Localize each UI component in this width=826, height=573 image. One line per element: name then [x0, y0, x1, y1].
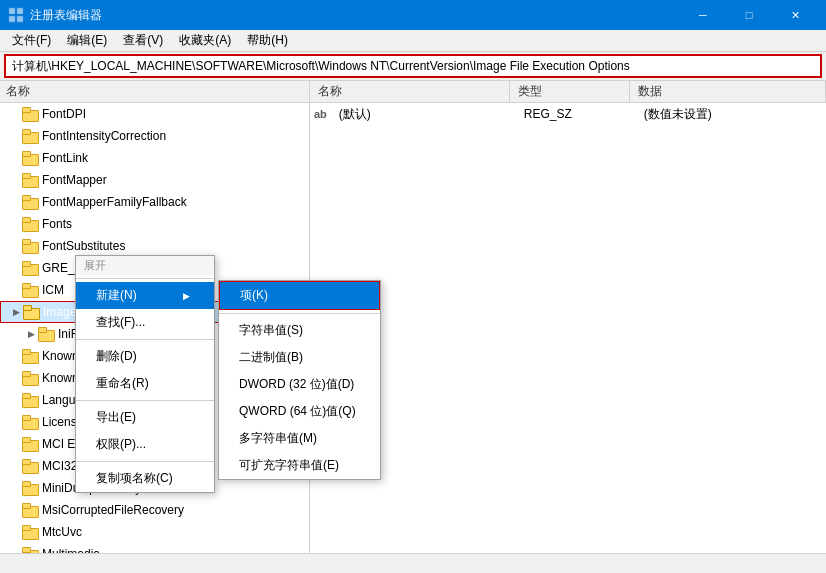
expand-arrow-icon — [8, 415, 22, 429]
minimize-button[interactable]: ─ — [680, 0, 726, 30]
expand-arrow-icon — [8, 283, 22, 297]
folder-icon — [22, 107, 38, 121]
context-menu-header: 展开 — [76, 256, 214, 275]
maximize-button[interactable]: □ — [726, 0, 772, 30]
folder-icon — [22, 371, 38, 385]
submenu-item-string[interactable]: 字符串值(S) — [219, 317, 380, 344]
right-panel: 名称 类型 数据 ab (默认) REG_SZ (数值未设置) — [310, 81, 826, 553]
menu-edit[interactable]: 编辑(E) — [59, 30, 115, 51]
folder-icon — [22, 393, 38, 407]
expand-arrow-icon — [8, 547, 22, 553]
app-icon — [8, 7, 24, 23]
folder-icon — [22, 129, 38, 143]
context-menu-rename[interactable]: 重命名(R) — [76, 370, 214, 397]
expand-arrow-icon — [8, 173, 22, 187]
svg-rect-2 — [9, 16, 15, 22]
tree-item[interactable]: FontSubstitutes — [0, 235, 309, 257]
submenu-sep-1 — [219, 313, 380, 314]
menu-favorites[interactable]: 收藏夹(A) — [171, 30, 239, 51]
row-data: (数值未设置) — [636, 106, 826, 123]
tree-header: 名称 — [0, 81, 309, 103]
tree-item[interactable]: FontMapper — [0, 169, 309, 191]
folder-icon — [22, 349, 38, 363]
expand-arrow-icon — [8, 239, 22, 253]
separator-3 — [76, 400, 214, 401]
expand-arrow-icon — [8, 217, 22, 231]
expand-arrow-icon — [8, 437, 22, 451]
tree-item[interactable]: MsiCorruptedFileRecovery — [0, 499, 309, 521]
submenu-item-binary[interactable]: 二进制值(B) — [219, 344, 380, 371]
expand-arrow-icon — [8, 371, 22, 385]
col-header-type: 类型 — [510, 81, 630, 102]
submenu-item-dword[interactable]: DWORD (32 位)值(D) — [219, 371, 380, 398]
folder-icon — [22, 261, 38, 275]
tree-item-label: FontDPI — [42, 107, 309, 121]
context-menu-delete[interactable]: 删除(D) — [76, 343, 214, 370]
tree-item-label: Multimedia — [42, 547, 309, 553]
col-header-data: 数据 — [630, 81, 826, 102]
submenu-arrow: ▶ — [183, 291, 190, 301]
tree-item-label: FontSubstitutes — [42, 239, 309, 253]
right-panel-header: 名称 类型 数据 — [310, 81, 826, 103]
folder-icon — [22, 525, 38, 539]
status-bar — [0, 553, 826, 573]
folder-icon — [22, 195, 38, 209]
close-button[interactable]: ✕ — [772, 0, 818, 30]
tree-item-label: Fonts — [42, 217, 309, 231]
submenu-item-key[interactable]: 项(K) — [219, 281, 380, 310]
tree-item[interactable]: MtcUvc — [0, 521, 309, 543]
submenu-item-expandstring[interactable]: 可扩充字符串值(E) — [219, 452, 380, 479]
window-controls: ─ □ ✕ — [680, 0, 818, 30]
expand-arrow-icon: ▶ — [24, 327, 38, 341]
window-title: 注册表编辑器 — [30, 7, 680, 24]
tree-item-label: FontMapperFamilyFallback — [42, 195, 309, 209]
tree-item[interactable]: Multimedia — [0, 543, 309, 553]
context-menu-find[interactable]: 查找(F)... — [76, 309, 214, 336]
expand-arrow-icon — [8, 481, 22, 495]
tree-item-label: MtcUvc — [42, 525, 309, 539]
context-menu-export[interactable]: 导出(E) — [76, 404, 214, 431]
context-menu-copy-name[interactable]: 复制项名称(C) — [76, 465, 214, 492]
svg-rect-3 — [17, 16, 23, 22]
registry-row[interactable]: ab (默认) REG_SZ (数值未设置) — [310, 103, 826, 125]
separator-1 — [76, 278, 214, 279]
menu-file[interactable]: 文件(F) — [4, 30, 59, 51]
submenu-item-qword[interactable]: QWORD (64 位)值(Q) — [219, 398, 380, 425]
folder-icon — [22, 151, 38, 165]
col-header-name: 名称 — [310, 81, 510, 102]
address-bar[interactable]: 计算机\HKEY_LOCAL_MACHINE\SOFTWARE\Microsof… — [4, 54, 822, 78]
tree-item[interactable]: FontLink — [0, 147, 309, 169]
menu-help[interactable]: 帮助(H) — [239, 30, 296, 51]
expand-arrow-icon — [8, 393, 22, 407]
folder-icon — [22, 437, 38, 451]
tree-item[interactable]: FontDPI — [0, 103, 309, 125]
svg-rect-0 — [9, 8, 15, 14]
tree-item-label: FontIntensityCorrection — [42, 129, 309, 143]
expand-arrow-icon — [8, 503, 22, 517]
submenu: 项(K) 字符串值(S) 二进制值(B) DWORD (32 位)值(D) QW… — [218, 280, 381, 480]
folder-icon — [22, 547, 38, 553]
tree-item-label: MsiCorruptedFileRecovery — [42, 503, 309, 517]
tree-item[interactable]: FontIntensityCorrection — [0, 125, 309, 147]
folder-icon — [22, 283, 38, 297]
folder-icon — [38, 327, 54, 341]
tree-item[interactable]: FontMapperFamilyFallback — [0, 191, 309, 213]
context-menu-permissions[interactable]: 权限(P)... — [76, 431, 214, 458]
folder-icon — [23, 305, 39, 319]
menu-view[interactable]: 查看(V) — [115, 30, 171, 51]
expand-arrow-icon — [8, 459, 22, 473]
context-menu-new[interactable]: 新建(N) ▶ — [76, 282, 214, 309]
expand-arrow-icon — [8, 195, 22, 209]
separator-4 — [76, 461, 214, 462]
tree-item[interactable]: Fonts — [0, 213, 309, 235]
expand-arrow-icon — [8, 151, 22, 165]
folder-icon — [22, 239, 38, 253]
folder-icon — [22, 459, 38, 473]
address-path: 计算机\HKEY_LOCAL_MACHINE\SOFTWARE\Microsof… — [12, 58, 630, 75]
expand-arrow-icon — [8, 525, 22, 539]
expand-arrow-icon — [8, 107, 22, 121]
tree-item-label: FontLink — [42, 151, 309, 165]
folder-icon — [22, 503, 38, 517]
submenu-item-multistring[interactable]: 多字符串值(M) — [219, 425, 380, 452]
expand-arrow-icon: ▶ — [9, 305, 23, 319]
